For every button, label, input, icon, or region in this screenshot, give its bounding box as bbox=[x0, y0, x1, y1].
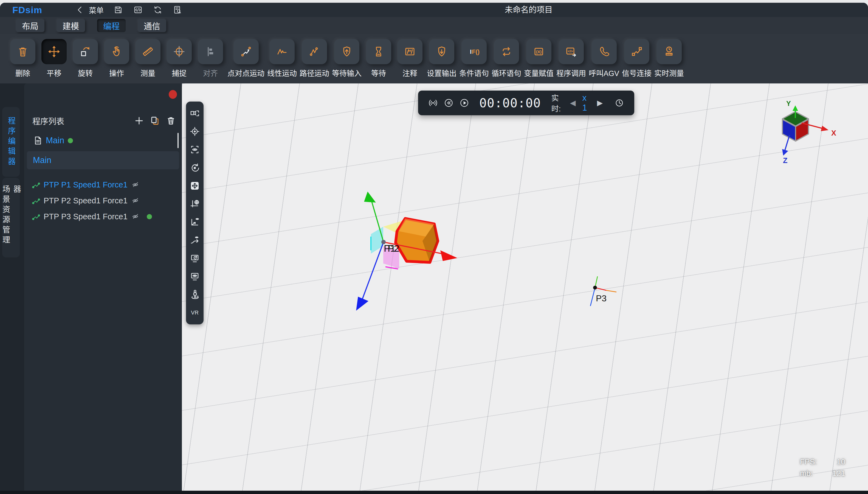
first-person-button[interactable] bbox=[189, 289, 200, 300]
selected-cube[interactable] bbox=[396, 218, 438, 262]
show-paths-button[interactable] bbox=[189, 234, 200, 246]
z-axis-arrow[interactable] bbox=[356, 297, 369, 311]
program-step-row[interactable]: PTP P1 Speed1 Force1 bbox=[24, 177, 182, 193]
svg-text:VR: VR bbox=[191, 309, 199, 316]
scrollbar-thumb[interactable] bbox=[177, 133, 179, 148]
play-button-icon[interactable] bbox=[460, 97, 469, 109]
document-icon bbox=[34, 136, 42, 145]
content: 程序列表 Main Main bbox=[0, 83, 868, 491]
gizmo-face-cyan[interactable] bbox=[371, 227, 383, 253]
y-axis-arrow[interactable] bbox=[364, 192, 376, 203]
rotate-icon bbox=[79, 45, 92, 58]
camera-fit-button[interactable] bbox=[189, 108, 200, 119]
tab-modeling[interactable]: 建模 bbox=[57, 19, 85, 32]
sync-icon bbox=[153, 5, 162, 15]
tab-communication[interactable]: 通信 bbox=[138, 19, 166, 32]
titlebar: FDsim 菜单 未命名的项目 bbox=[0, 3, 868, 17]
eye-off-icon[interactable] bbox=[131, 212, 140, 221]
toolbar-set-output[interactable]: 设置输出 bbox=[427, 39, 456, 78]
toolbar-linear-motion[interactable]: 线性运动 bbox=[267, 39, 297, 78]
code-view-button[interactable] bbox=[133, 5, 143, 15]
program-tree-main[interactable]: Main bbox=[24, 134, 182, 147]
search-document-button[interactable] bbox=[172, 5, 183, 15]
trash-icon bbox=[16, 45, 29, 58]
hourglass-icon bbox=[372, 45, 385, 58]
toolbar-wait-input[interactable]: 等待输入 bbox=[332, 39, 361, 78]
viewport-3d[interactable]: P2 P1 P3 bbox=[182, 83, 868, 491]
vr-mode-button[interactable]: VR bbox=[189, 307, 200, 318]
back-button[interactable] bbox=[75, 5, 85, 15]
speed-up-button[interactable]: ▶ bbox=[597, 99, 603, 107]
project-title: 未命名的项目 bbox=[505, 3, 553, 17]
x-axis-arrow[interactable] bbox=[440, 250, 457, 261]
focus-view-button[interactable] bbox=[189, 144, 200, 155]
toolbar-realtime-measure[interactable]: 实时测量 bbox=[654, 39, 684, 78]
show-axes-button[interactable] bbox=[189, 216, 200, 228]
menu-button[interactable]: 菜单 bbox=[89, 5, 104, 15]
toolbar-if-statement[interactable]: I F() 条件语句 bbox=[459, 39, 489, 78]
status-dot-green bbox=[147, 214, 152, 219]
toolbar-rotate[interactable]: 旋转 bbox=[71, 39, 100, 78]
toolbar-loop[interactable]: 循环语句 bbox=[492, 39, 521, 78]
axis-label-y: Y bbox=[786, 100, 791, 107]
toolbar-measure[interactable]: 测量 bbox=[134, 39, 162, 78]
eye-off-icon[interactable] bbox=[131, 180, 140, 189]
broadcast-icon[interactable] bbox=[429, 97, 438, 109]
program-step-row[interactable]: PTP P3 Speed1 Force1 bbox=[24, 209, 182, 225]
toolbar-delete[interactable]: 删除 bbox=[8, 39, 37, 78]
transform-box-icon bbox=[189, 180, 200, 191]
reset-rotation-button[interactable] bbox=[189, 162, 200, 173]
sidebar-tab-scene-resources[interactable]: 场景资源管理器 bbox=[2, 178, 20, 258]
toolbar-wait[interactable]: 等待 bbox=[364, 39, 393, 78]
fps-label: FPS: bbox=[800, 457, 817, 466]
tab-layout[interactable]: 布局 bbox=[16, 19, 44, 32]
delete-program-button[interactable] bbox=[166, 116, 176, 126]
toolbar-align: 对齐 bbox=[196, 39, 225, 78]
svg-text:</>: </> bbox=[568, 49, 573, 53]
speed-down-button[interactable]: ◀ bbox=[570, 99, 576, 107]
rotate-view-icon bbox=[189, 162, 200, 173]
orientation-gizmo[interactable] bbox=[782, 106, 828, 156]
toolbar-program-call[interactable]: </> 程序调用 bbox=[556, 39, 586, 78]
toolbar-variable-assign[interactable]: (X) 变量赋值 bbox=[524, 39, 554, 78]
point-label-p1: P1 bbox=[384, 243, 396, 253]
variable-assign-icon: (X) bbox=[532, 45, 545, 58]
toolbar-signal-connect[interactable]: 信号连接 bbox=[622, 39, 652, 78]
ptp-motion-icon bbox=[239, 45, 253, 58]
toolbar-ptp-motion[interactable]: 点对点运动 bbox=[228, 39, 264, 78]
record-indicator bbox=[169, 90, 177, 99]
screen-refresh-button[interactable] bbox=[189, 252, 200, 264]
fps-value: 10 bbox=[837, 457, 845, 466]
axis-label-x: X bbox=[831, 129, 836, 137]
linear-motion-icon bbox=[275, 45, 289, 58]
hand-icon bbox=[110, 45, 123, 58]
save-button[interactable] bbox=[113, 5, 123, 15]
program-step-row[interactable]: PTP P2 Speed1 Force1 bbox=[24, 193, 182, 209]
toolbar-translate[interactable]: 平移 bbox=[40, 39, 68, 78]
sync-button[interactable] bbox=[153, 5, 163, 15]
toolbar-operate[interactable]: 操作 bbox=[102, 39, 131, 78]
copy-program-button[interactable] bbox=[150, 116, 160, 126]
add-program-button[interactable] bbox=[134, 116, 144, 126]
clock-button-icon[interactable] bbox=[615, 97, 624, 109]
locate-target-button[interactable] bbox=[189, 126, 200, 137]
tab-programming[interactable]: 编程 bbox=[97, 19, 126, 32]
svg-text:(X): (X) bbox=[536, 50, 541, 54]
signal-connect-icon bbox=[630, 45, 643, 58]
toolbar-path-motion[interactable]: 路径运动 bbox=[300, 39, 329, 78]
time-display: 00:00:00 bbox=[479, 96, 541, 110]
toolbar-call-agv[interactable]: 呼叫AGV bbox=[589, 39, 619, 78]
screen-view-button[interactable] bbox=[189, 271, 200, 282]
eye-off-icon[interactable] bbox=[131, 196, 140, 205]
rewind-button-icon[interactable] bbox=[444, 97, 453, 109]
realtime-measure-icon bbox=[663, 45, 676, 58]
sidebar-tab-program-editor[interactable]: 程序编辑器 bbox=[2, 107, 20, 177]
toolbar-comment[interactable]: 注释 bbox=[396, 39, 424, 78]
world-axes-button[interactable] bbox=[189, 198, 200, 210]
scene-canvas: P2 P1 P3 bbox=[182, 83, 868, 491]
toolbar-snap[interactable]: 捕捉 bbox=[165, 39, 193, 78]
transform-mode-button[interactable] bbox=[189, 180, 200, 192]
app-window: FDsim 菜单 未命名的项目 布局 建模 编程 通信 删除 bbox=[0, 3, 868, 494]
phone-agv-icon bbox=[597, 45, 611, 58]
program-selected-row[interactable]: Main bbox=[27, 151, 179, 169]
